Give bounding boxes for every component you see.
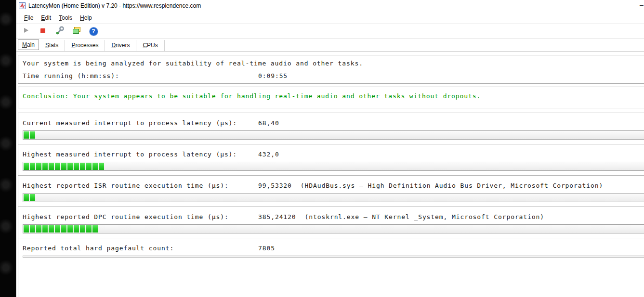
window-title: LatencyMon (Home Edition) v 7.20 - https… bbox=[28, 2, 201, 9]
tab-processes[interactable]: Processes bbox=[65, 40, 105, 51]
metric-value: 68,40 bbox=[258, 119, 279, 127]
bar-segment bbox=[49, 225, 54, 232]
app-icon bbox=[19, 2, 26, 9]
metric-detail: (ntoskrnl.exe – NT Kernel _System, Micro… bbox=[305, 213, 544, 220]
menu-edit[interactable]: Edit bbox=[37, 13, 55, 23]
tab-stats[interactable]: Stats bbox=[39, 40, 65, 51]
metric-value: 99,53320 bbox=[258, 182, 292, 189]
bar-segment bbox=[24, 131, 29, 139]
metric-label: Highest measured interrupt to process la… bbox=[23, 151, 237, 158]
time-running-value: 0:09:55 bbox=[258, 70, 288, 82]
bar-segment bbox=[67, 225, 73, 232]
analyze-button[interactable] bbox=[55, 26, 65, 36]
latency-bar bbox=[23, 193, 644, 202]
metric-label: Reported total hard pagefault count: bbox=[23, 245, 174, 252]
metric-value: 432,0 bbox=[258, 151, 279, 158]
main-tab-content: Your system is being analyzed for suitab… bbox=[16, 52, 644, 297]
bar-segment bbox=[55, 163, 60, 170]
bar-segment bbox=[24, 225, 29, 232]
menu-tools[interactable]: Tools bbox=[55, 13, 76, 23]
bar-segment bbox=[42, 225, 48, 232]
help-icon: ? bbox=[90, 27, 98, 36]
bar-segment bbox=[42, 163, 48, 170]
app-window: LatencyMon (Home Edition) v 7.20 - https… bbox=[16, 0, 644, 297]
help-button[interactable]: ? bbox=[89, 26, 98, 36]
analysis-status-text: Your system is being analyzed for suitab… bbox=[18, 57, 644, 70]
bar-segment bbox=[67, 163, 73, 170]
bar-segment bbox=[74, 225, 79, 232]
metric-row-dpc-time: Highest reported DPC routine execution t… bbox=[18, 207, 644, 238]
conclusion-panel: Conclusion: Your system appears to be su… bbox=[18, 87, 644, 108]
metric-row-current-latency: Current measured interrupt to process la… bbox=[18, 113, 644, 144]
metric-label: Highest reported DPC routine execution t… bbox=[23, 213, 229, 220]
tab-drivers[interactable]: Drivers bbox=[105, 40, 136, 51]
stop-monitor-button[interactable] bbox=[38, 26, 48, 36]
bar-segment bbox=[36, 163, 41, 170]
tab-main[interactable]: Main bbox=[18, 39, 39, 50]
metric-value: 385,24120 bbox=[258, 213, 296, 220]
metric-row-isr-time: Highest reported ISR routine execution t… bbox=[18, 176, 644, 207]
menu-help[interactable]: Help bbox=[76, 13, 96, 23]
metric-row-highest-latency: Highest measured interrupt to process la… bbox=[18, 144, 644, 176]
bar-segment bbox=[92, 225, 98, 232]
metric-value: 7805 bbox=[258, 245, 275, 252]
tab-bar: Main Stats Processes Drivers CPUs bbox=[16, 39, 644, 52]
play-icon bbox=[23, 27, 29, 36]
minimize-button[interactable]: – bbox=[636, 1, 644, 10]
bar-segment bbox=[24, 163, 29, 170]
conclusion-text: Conclusion: Your system appears to be su… bbox=[18, 90, 644, 103]
bar-segment bbox=[30, 194, 35, 201]
menu-file[interactable]: File bbox=[20, 13, 37, 23]
bar-segment bbox=[61, 225, 66, 232]
latency-bar bbox=[23, 162, 644, 171]
analysis-status-panel: Your system is being analyzed for suitab… bbox=[18, 55, 644, 84]
bar-segment bbox=[36, 225, 41, 232]
bar-segment bbox=[74, 163, 79, 170]
bar-segment bbox=[24, 194, 29, 201]
bar-segment bbox=[99, 163, 104, 170]
bar-segment bbox=[80, 225, 85, 232]
metrics-panel: Current measured interrupt to process la… bbox=[18, 113, 644, 297]
time-running-row: Time running (h:mm:ss): 0:09:55 bbox=[18, 70, 644, 82]
time-running-label: Time running (h:mm:ss): bbox=[23, 72, 119, 79]
bar-segment bbox=[49, 163, 54, 170]
latency-bar bbox=[23, 224, 644, 233]
bar-segment bbox=[92, 163, 98, 170]
bar-segment bbox=[86, 163, 92, 170]
menu-bar: File Edit Tools Help bbox=[16, 12, 644, 24]
bar-segment bbox=[30, 131, 35, 139]
stop-icon bbox=[40, 27, 46, 36]
metric-row-pagefaults: Reported total hard pagefault count: 780… bbox=[18, 238, 644, 262]
report-windows-icon bbox=[72, 26, 81, 37]
bar-segment bbox=[86, 225, 92, 232]
bar-segment bbox=[80, 163, 85, 170]
metric-label: Highest reported ISR routine execution t… bbox=[23, 182, 229, 189]
bar-segment bbox=[30, 163, 35, 170]
toolbar: ? bbox=[16, 24, 644, 39]
report-button[interactable] bbox=[72, 26, 81, 36]
bar-segment bbox=[30, 225, 35, 232]
start-monitor-button[interactable] bbox=[21, 26, 31, 36]
bar-segment bbox=[61, 163, 66, 170]
metric-label: Current measured interrupt to process la… bbox=[23, 119, 237, 127]
bar-segment bbox=[55, 225, 60, 232]
latency-bar bbox=[23, 130, 644, 140]
metric-detail: (HDAudBus.sys – High Definition Audio Bu… bbox=[301, 182, 603, 189]
tab-cpus[interactable]: CPUs bbox=[136, 40, 164, 51]
title-bar: LatencyMon (Home Edition) v 7.20 - https… bbox=[16, 0, 644, 12]
analyze-tools-icon bbox=[55, 26, 65, 37]
latency-bar bbox=[23, 256, 644, 258]
